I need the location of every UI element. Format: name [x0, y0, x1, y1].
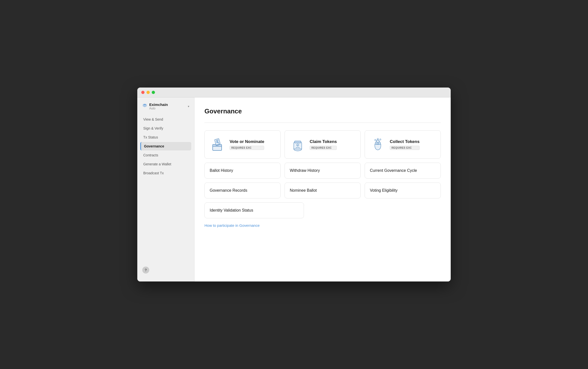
collect-tokens-badge: REQUIRES EXC — [390, 146, 420, 150]
svg-point-17 — [380, 139, 381, 140]
svg-point-16 — [377, 138, 379, 140]
collect-tokens-icon — [370, 137, 386, 152]
svg-point-15 — [375, 139, 376, 141]
claim-tokens-text: Claim Tokens REQUIRES EXC — [310, 139, 337, 150]
identity-validation-status-button[interactable]: Identity Validation Status — [204, 202, 304, 218]
brand-name: Eximchain — [149, 102, 168, 107]
sidebar-item-sign-verify[interactable]: Sign & Verify — [140, 124, 191, 133]
sidebar-item-governance[interactable]: Governance — [140, 142, 191, 150]
sidebar-brand: Eximchain Auto ▾ — [137, 102, 194, 115]
vote-nominate-badge: REQUIRES EXC — [230, 146, 264, 150]
page-title: Governance — [204, 107, 441, 115]
main-content: Governance — [195, 97, 451, 281]
sidebar-item-generate-wallet[interactable]: Generate a Wallet — [140, 160, 191, 168]
withdraw-history-button[interactable]: Withdraw History — [285, 163, 361, 179]
nominee-ballot-button[interactable]: Nominee Ballot — [285, 183, 361, 198]
chevron-down-icon[interactable]: ▾ — [188, 105, 189, 108]
brand-info: Eximchain Auto — [149, 102, 168, 110]
voting-eligibility-button[interactable]: Voting Eligibility — [365, 183, 441, 198]
sidebar-item-tx-status[interactable]: Tx Status — [140, 133, 191, 141]
ballot-history-button[interactable]: Ballot History — [204, 163, 281, 179]
claim-tokens-title: Claim Tokens — [310, 139, 337, 144]
svg-rect-2 — [216, 145, 219, 146]
sidebar-item-contracts[interactable]: Contracts — [140, 151, 191, 159]
card-collect-tokens[interactable]: Collect Tokens REQUIRES EXC — [365, 130, 441, 159]
collect-tokens-text: Collect Tokens REQUIRES EXC — [390, 139, 420, 150]
feature-cards-grid: Vote or Nominate REQUIRES EXC — [204, 130, 441, 159]
card-vote-nominate[interactable]: Vote or Nominate REQUIRES EXC — [204, 130, 281, 159]
close-button[interactable] — [141, 91, 145, 94]
svg-point-14 — [377, 143, 378, 144]
maximize-button[interactable] — [152, 91, 155, 94]
vote-nominate-icon — [210, 137, 226, 152]
action-cards-row1: Ballot History Withdraw History Current … — [204, 163, 441, 179]
current-governance-cycle-button[interactable]: Current Governance Cycle — [365, 163, 441, 179]
sidebar-item-broadcast-tx[interactable]: Broadcast Tx — [140, 169, 191, 177]
title-bar — [137, 88, 451, 97]
app-body: Eximchain Auto ▾ View & Send Sign & Veri… — [137, 97, 451, 281]
brand-icon — [142, 103, 147, 109]
governance-records-button[interactable]: Governance Records — [204, 183, 281, 198]
vote-nominate-title: Vote or Nominate — [230, 139, 264, 144]
action-cards-row2: Governance Records Nominee Ballot Voting… — [204, 183, 441, 198]
how-to-participate-link[interactable]: How to participate in Governance — [204, 223, 260, 228]
svg-rect-8 — [294, 141, 301, 143]
divider — [204, 123, 441, 123]
sidebar-bottom: ? — [137, 264, 194, 277]
traffic-lights — [141, 91, 155, 94]
action-cards-row3: Identity Validation Status — [204, 202, 304, 218]
claim-tokens-badge: REQUIRES EXC — [310, 146, 337, 150]
brand-mode: Auto — [149, 107, 168, 110]
card-claim-tokens[interactable]: $ Claim Tokens REQUIRES EXC — [285, 130, 361, 159]
app-window: Eximchain Auto ▾ View & Send Sign & Veri… — [137, 88, 451, 281]
claim-tokens-icon: $ — [290, 137, 306, 152]
sidebar: Eximchain Auto ▾ View & Send Sign & Veri… — [137, 97, 195, 281]
collect-tokens-title: Collect Tokens — [390, 139, 420, 144]
sidebar-nav: View & Send Sign & Verify Tx Status Gove… — [137, 115, 194, 177]
sidebar-item-view-send[interactable]: View & Send — [140, 115, 191, 124]
minimize-button[interactable] — [147, 91, 150, 94]
vote-nominate-text: Vote or Nominate REQUIRES EXC — [230, 139, 264, 150]
help-button[interactable]: ? — [142, 267, 149, 274]
